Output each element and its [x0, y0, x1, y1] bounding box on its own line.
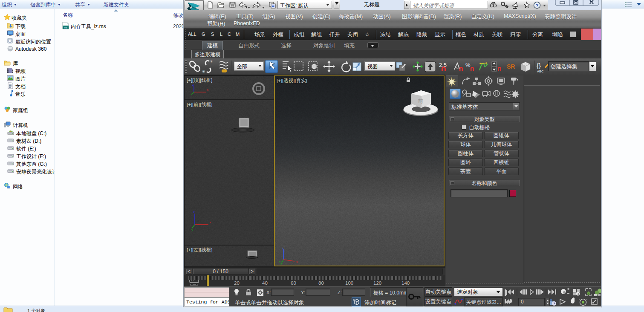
svg-text:x: x: [207, 88, 208, 92]
svg-text:✳: ✳: [210, 59, 213, 64]
svg-text:ms: ms: [64, 26, 67, 29]
svg-text:%: %: [465, 62, 471, 68]
svg-text:{}: {}: [537, 62, 541, 69]
svg-text:前: 前: [418, 98, 423, 104]
svg-text:z: z: [282, 247, 283, 250]
svg-text:ABC: ABC: [537, 69, 544, 73]
svg-text:x: x: [210, 220, 211, 224]
svg-text:y: y: [191, 228, 193, 231]
svg-text:SR: SR: [507, 63, 515, 70]
svg-text:✳: ✳: [202, 69, 205, 74]
svg-text:x: x: [296, 260, 298, 264]
svg-text:z: z: [192, 83, 194, 87]
svg-text:Y: Y: [279, 260, 281, 264]
svg-text:?: ?: [536, 3, 539, 8]
svg-text:z: z: [193, 210, 195, 214]
